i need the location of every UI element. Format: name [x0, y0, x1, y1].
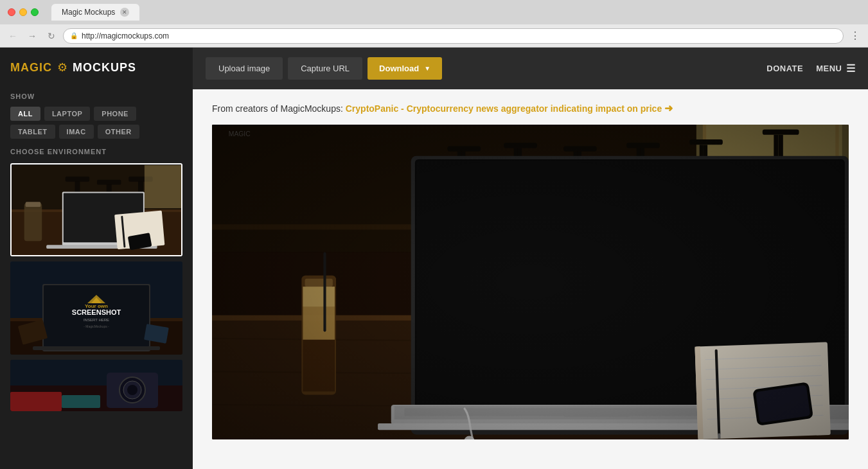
donate-button[interactable]: DONATE [759, 58, 811, 78]
upload-image-button[interactable]: Upload image [206, 57, 283, 80]
url-input[interactable] [82, 31, 837, 40]
main-content: Upload image Capture URL Download ▼ DONA… [193, 48, 868, 469]
svg-rect-7 [97, 180, 121, 185]
tab-close-icon[interactable]: ✕ [120, 8, 129, 17]
svg-rect-5 [66, 177, 89, 182]
svg-rect-10 [145, 165, 181, 208]
browser-titlebar: Magic Mockups ✕ [0, 0, 868, 24]
env-thumb-1[interactable] [10, 163, 182, 256]
download-dropdown-icon: ▼ [424, 65, 430, 72]
show-label: SHOW [10, 93, 182, 100]
address-bar[interactable]: 🔒 [63, 28, 844, 44]
filter-imac[interactable]: IMAC [59, 125, 94, 139]
svg-text:INSERT HERE: INSERT HERE [84, 318, 109, 322]
lock-icon: 🔒 [70, 32, 78, 39]
browser-tab[interactable]: Magic Mockups ✕ [51, 4, 139, 21]
logo-icon: ⚙ [57, 60, 67, 75]
logo-mockups-text: MOCKUPS [73, 61, 136, 75]
back-button[interactable]: ← [5, 28, 21, 44]
svg-rect-23 [44, 285, 149, 347]
browser-window: Magic Mockups ✕ ← → ↻ 🔒 ⋮ MAGIC ⚙ MOCKUP… [0, 0, 868, 469]
svg-text:- MagicMockups -: - MagicMockups - [84, 324, 109, 328]
promo-arrow-icon: ➜ [664, 103, 673, 114]
svg-rect-14 [24, 203, 42, 241]
logo-magic-text: MAGIC [10, 61, 52, 75]
download-button[interactable]: Download ▼ [368, 57, 442, 80]
traffic-lights [8, 8, 39, 16]
svg-rect-118 [212, 125, 849, 439]
env-thumb-3[interactable] [10, 360, 182, 411]
reload-button[interactable]: ↻ [44, 28, 59, 44]
hamburger-icon: ☰ [846, 62, 856, 75]
capture-url-button[interactable]: Capture URL [288, 57, 362, 80]
forward-button[interactable]: → [24, 28, 40, 44]
svg-text:SCREENSHOT: SCREENSHOT [72, 308, 121, 316]
promo-link[interactable]: CryptoPanic - Cryptocurrency news aggreg… [346, 103, 673, 114]
page-body: From creators of MagicMockups: CryptoPan… [193, 89, 868, 469]
sidebar: MAGIC ⚙ MOCKUPS SHOW ALL LAPTOP PHONE TA… [0, 48, 193, 469]
svg-rect-40 [62, 395, 100, 408]
filter-other[interactable]: OTHER [98, 125, 139, 139]
filter-phone[interactable]: PHONE [94, 107, 136, 121]
svg-rect-35 [10, 392, 62, 411]
promo-banner: From creators of MagicMockups: CryptoPan… [212, 102, 849, 114]
tab-title: Magic Mockups [62, 8, 115, 17]
env-thumb-1-image [12, 164, 181, 256]
page-wrapper: MAGIC ⚙ MOCKUPS SHOW ALL LAPTOP PHONE TA… [0, 48, 868, 469]
browser-menu-icon[interactable]: ⋮ [847, 28, 863, 44]
maximize-button[interactable] [31, 8, 39, 16]
env-thumb-2[interactable]: Your own SCREENSHOT INSERT HERE - MagicM… [10, 261, 182, 355]
menu-label: MENU [816, 64, 842, 73]
browser-toolbar: ← → ↻ 🔒 ⋮ [0, 24, 868, 48]
mockup-scene-svg: MAGIC [212, 125, 849, 439]
env-thumbnails: Your own SCREENSHOT INSERT HERE - MagicM… [10, 163, 182, 411]
filter-laptop[interactable]: LAPTOP [44, 107, 90, 121]
download-label: Download [379, 64, 419, 73]
svg-rect-15 [26, 202, 41, 207]
logo: MAGIC ⚙ MOCKUPS [10, 60, 182, 75]
menu-button[interactable]: MENU ☰ [816, 57, 855, 80]
filter-tablet[interactable]: TABLET [10, 125, 55, 139]
minimize-button[interactable] [19, 8, 27, 16]
svg-rect-30 [33, 346, 160, 350]
filter-buttons: ALL LAPTOP PHONE TABLET IMAC OTHER [10, 107, 182, 139]
filter-all[interactable]: ALL [10, 107, 40, 121]
top-navbar: Upload image Capture URL Download ▼ DONA… [193, 48, 868, 89]
close-button[interactable] [8, 8, 15, 16]
promo-prefix: From creators of MagicMockups: [212, 103, 343, 114]
env-label: CHOOSE ENVIRONMENT [10, 148, 182, 155]
env-thumb-3-image [10, 360, 182, 411]
svg-point-39 [127, 385, 137, 395]
env-thumb-2-image: Your own SCREENSHOT INSERT HERE - MagicM… [10, 261, 182, 355]
main-mockup-image: MAGIC [212, 125, 849, 439]
